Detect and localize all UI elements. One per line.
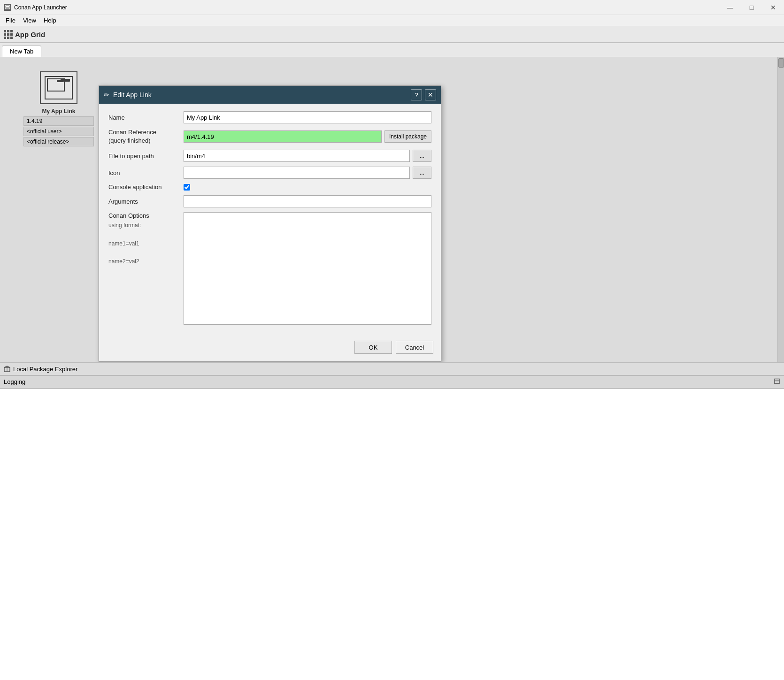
browse-file-button[interactable]: ... — [413, 150, 431, 162]
arguments-label: Arguments — [108, 198, 184, 205]
dialog-title-text: Edit App Link — [113, 91, 411, 99]
edit-app-link-dialog: ✏ Edit App Link ? ✕ Name Conan Re — [99, 85, 441, 362]
logging-label: Logging — [4, 378, 25, 385]
ok-button[interactable]: OK — [354, 341, 392, 354]
package-icon — [4, 366, 10, 372]
dialog-title-icon: ✏ — [104, 91, 109, 99]
file-path-label: File to open path — [108, 153, 184, 160]
logging-area — [0, 389, 784, 680]
conan-ref-row: Conan Reference(query finished) Install … — [108, 128, 431, 145]
conan-options-label-col: Conan Options using format: name1=val1 n… — [108, 212, 184, 325]
dialog-help-button[interactable]: ? — [411, 89, 422, 100]
conan-options-label: Conan Options — [108, 212, 184, 219]
main-content: My App Link 1.4.19 <official user> <offi… — [0, 57, 784, 362]
console-label: Console application — [108, 183, 184, 191]
app-icon — [4, 4, 11, 11]
logging-header: Logging — [0, 375, 784, 389]
conan-options-hint: using format: name1=val1 name2=val2 — [108, 221, 184, 266]
menu-view[interactable]: View — [19, 16, 40, 25]
icon-label: Icon — [108, 169, 184, 176]
app-grid-header: App Grid — [0, 26, 784, 43]
tab-new[interactable]: New Tab — [2, 46, 41, 57]
browse-icon-button[interactable]: ... — [413, 167, 431, 179]
logging-collapse-icon[interactable] — [774, 378, 780, 386]
dialog-close-button[interactable]: ✕ — [425, 89, 436, 100]
name-input[interactable] — [184, 111, 431, 123]
conan-ref-label: Conan Reference(query finished) — [108, 128, 184, 145]
install-package-button[interactable]: Install package — [384, 130, 431, 143]
console-checkbox[interactable] — [184, 184, 190, 191]
menu-file[interactable]: File — [2, 16, 19, 25]
minimize-button[interactable]: — — [719, 0, 741, 15]
close-button[interactable]: ✕ — [762, 0, 784, 15]
svg-rect-6 — [775, 379, 779, 383]
dialog-titlebar: ✏ Edit App Link ? ✕ — [99, 86, 441, 104]
dialog-footer: OK Cancel — [99, 337, 441, 361]
app-grid-title: App Grid — [15, 31, 45, 38]
cancel-button[interactable]: Cancel — [396, 341, 433, 354]
window-title: Conan App Launcher — [14, 4, 67, 11]
arguments-row: Arguments — [108, 195, 431, 207]
name-row: Name — [108, 111, 431, 123]
conan-options-section: Conan Options using format: name1=val1 n… — [108, 212, 431, 325]
window-controls: — □ ✕ — [719, 0, 784, 15]
svg-rect-1 — [6, 6, 9, 8]
console-row: Console application — [108, 183, 431, 191]
file-path-row: File to open path ... — [108, 150, 431, 162]
modal-overlay: ✏ Edit App Link ? ✕ Name Conan Re — [0, 57, 784, 362]
conan-options-textarea[interactable] — [184, 212, 431, 325]
conan-ref-input[interactable] — [184, 130, 382, 143]
tab-bar: New Tab — [0, 43, 784, 57]
maximize-button[interactable]: □ — [741, 0, 762, 15]
local-pkg-header: Local Package Explorer — [0, 362, 784, 375]
menu-bar: File View Help — [0, 15, 784, 26]
name-label: Name — [108, 114, 184, 121]
dialog-body: Name Conan Reference(query finished) Ins… — [99, 104, 441, 337]
grid-icon — [4, 30, 12, 38]
file-path-input[interactable] — [184, 150, 410, 162]
icon-input[interactable] — [184, 167, 410, 179]
local-pkg-label: Local Package Explorer — [13, 366, 77, 373]
title-bar: Conan App Launcher — □ ✕ — [0, 0, 784, 15]
icon-row: Icon ... — [108, 167, 431, 179]
arguments-input[interactable] — [184, 195, 431, 207]
logging-section: Logging — [0, 375, 784, 680]
menu-help[interactable]: Help — [40, 16, 60, 25]
